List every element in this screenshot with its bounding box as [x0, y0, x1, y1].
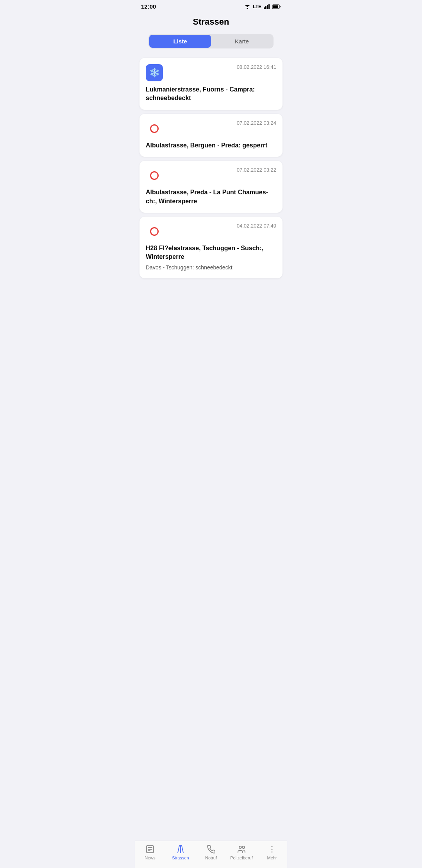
card-4-title: H28 Fl?elastrasse, Tschuggen - Susch:, W… — [146, 244, 276, 262]
card-1-title: Lukmanierstrasse, Fuorns - Campra: schne… — [146, 85, 276, 103]
card-1-timestamp: 08.02.2022 16:41 — [237, 64, 276, 70]
card-3-timestamp: 07.02.2022 03:22 — [237, 167, 276, 173]
card-3-title: Albulastrasse, Preda - La Punt Chamues-c… — [146, 188, 276, 206]
segment-karte[interactable]: Karte — [211, 35, 273, 48]
card-4[interactable]: 04.02.2022 07:49 H28 Fl?elastrasse, Tsch… — [139, 217, 283, 278]
road-closed-icon-2 — [146, 120, 163, 137]
card-4-subtitle: Davos - Tschuggen: schneebedeckt — [146, 264, 276, 272]
road-closed-icon-3 — [146, 167, 163, 184]
wifi-icon — [244, 4, 250, 9]
snow-icon: ❄️ — [146, 64, 163, 81]
card-3-header: 07.02.2022 03:22 — [146, 167, 276, 184]
card-2-header: 07.02.2022 03:24 — [146, 120, 276, 137]
battery-icon — [272, 4, 281, 9]
svg-rect-5 — [273, 5, 278, 8]
svg-rect-1 — [265, 6, 266, 9]
segment-liste[interactable]: Liste — [149, 35, 211, 48]
card-2-title: Albulastrasse, Berguen - Preda: gesperrt — [146, 141, 276, 150]
svg-rect-2 — [267, 5, 268, 9]
status-bar: 12:00 LTE — [135, 0, 287, 11]
status-icons: LTE — [244, 4, 281, 9]
page-title: Strassen — [135, 11, 287, 34]
card-2-timestamp: 07.02.2022 03:24 — [237, 120, 276, 126]
card-1-header: ❄️ 08.02.2022 16:41 — [146, 64, 276, 81]
card-3[interactable]: 07.02.2022 03:22 Albulastrasse, Preda - … — [139, 161, 283, 213]
card-4-timestamp: 04.02.2022 07:49 — [237, 223, 276, 229]
signal-icon — [264, 4, 270, 9]
svg-rect-0 — [264, 7, 265, 9]
segment-control: Liste Karte — [148, 34, 274, 48]
card-1[interactable]: ❄️ 08.02.2022 16:41 Lukmanierstrasse, Fu… — [139, 58, 283, 110]
card-4-header: 04.02.2022 07:49 — [146, 223, 276, 240]
road-closed-icon-4 — [146, 223, 163, 240]
card-list: ❄️ 08.02.2022 16:41 Lukmanierstrasse, Fu… — [135, 58, 287, 278]
svg-rect-3 — [268, 4, 270, 9]
status-time: 12:00 — [141, 3, 156, 10]
lte-icon: LTE — [253, 4, 261, 9]
card-2[interactable]: 07.02.2022 03:24 Albulastrasse, Berguen … — [139, 114, 283, 157]
